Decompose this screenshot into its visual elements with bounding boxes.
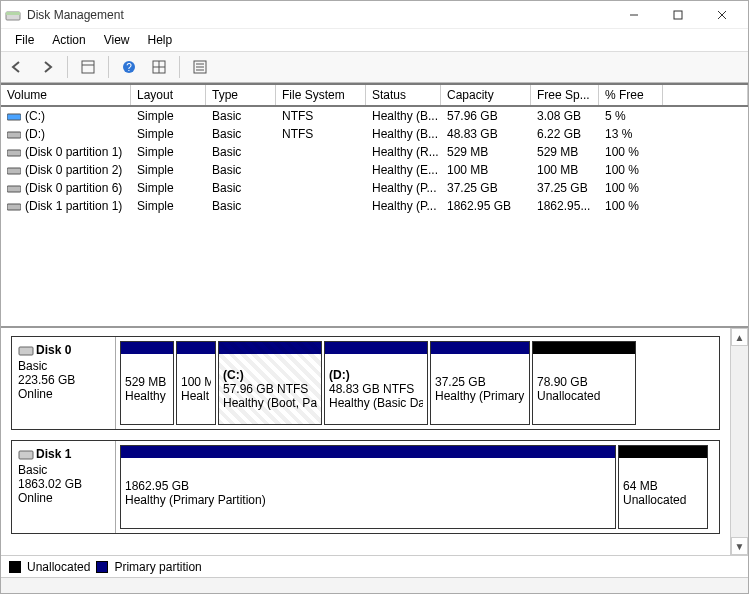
menu-help[interactable]: Help	[140, 31, 181, 49]
volume-list[interactable]: (C:)SimpleBasicNTFSHealthy (B...57.96 GB…	[1, 107, 748, 215]
column-header[interactable]: % Free	[599, 85, 663, 105]
column-header[interactable]: Type	[206, 85, 276, 105]
scroll-down-button[interactable]: ▼	[731, 537, 748, 555]
svg-rect-18	[7, 132, 21, 138]
partition-block[interactable]: 37.25 GBHealthy (Primary	[430, 341, 530, 425]
cell-status: Healthy (B...	[366, 107, 441, 125]
menu-file[interactable]: File	[7, 31, 42, 49]
cell-free: 6.22 GB	[531, 125, 599, 143]
minimize-button[interactable]	[612, 1, 656, 29]
volume-name: (Disk 0 partition 1)	[25, 145, 122, 159]
volume-row[interactable]: (C:)SimpleBasicNTFSHealthy (B...57.96 GB…	[1, 107, 748, 125]
partition-status: Unallocated	[623, 493, 703, 507]
column-header[interactable]: Capacity	[441, 85, 531, 105]
disk-name: Disk 1	[36, 447, 71, 461]
disk-state: Online	[18, 387, 53, 401]
cell-capacity: 37.25 GB	[441, 179, 531, 197]
volume-row[interactable]: (Disk 1 partition 1)SimpleBasicHealthy (…	[1, 197, 748, 215]
cell-type: Basic	[206, 197, 276, 215]
cell-layout: Simple	[131, 161, 206, 179]
disk-icon	[18, 447, 34, 463]
partition-block[interactable]: 1862.95 GBHealthy (Primary Partition)	[120, 445, 616, 529]
column-header[interactable]: File System	[276, 85, 366, 105]
volume-row[interactable]: (D:)SimpleBasicNTFSHealthy (B...48.83 GB…	[1, 125, 748, 143]
maximize-button[interactable]	[656, 1, 700, 29]
legend-swatch-primary-icon	[96, 561, 108, 573]
volume-name: (Disk 0 partition 2)	[25, 163, 122, 177]
legend-swatch-unallocated-icon	[9, 561, 21, 573]
partition-size: 78.90 GB	[537, 375, 631, 389]
vertical-scrollbar[interactable]: ▲ ▼	[730, 328, 748, 555]
partition-block[interactable]: (D:)48.83 GB NTFSHealthy (Basic Da	[324, 341, 428, 425]
partition-block[interactable]: 529 MBHealthy	[120, 341, 174, 425]
partition-status: Healthy (Boot, Pa	[223, 396, 317, 410]
cell-type: Basic	[206, 179, 276, 197]
partition-block[interactable]: 64 MBUnallocated	[618, 445, 708, 529]
column-header[interactable]: Volume	[1, 85, 131, 105]
cell-free: 1862.95...	[531, 197, 599, 215]
scroll-up-button[interactable]: ▲	[731, 328, 748, 346]
disk-layout-panel: Disk 0Basic223.56 GBOnline529 MBHealthy1…	[1, 328, 748, 555]
cell-status: Healthy (B...	[366, 125, 441, 143]
column-header[interactable]: Status	[366, 85, 441, 105]
partition-size: 64 MB	[623, 479, 703, 493]
legend-label: Unallocated	[27, 560, 90, 574]
partition-bar	[431, 342, 529, 354]
svg-rect-21	[7, 186, 21, 192]
app-icon	[5, 7, 21, 23]
partition-block[interactable]: (C:)57.96 GB NTFSHealthy (Boot, Pa	[218, 341, 322, 425]
scroll-track[interactable]	[731, 346, 748, 537]
close-button[interactable]	[700, 1, 744, 29]
back-button[interactable]	[5, 55, 29, 79]
drive-icon	[7, 202, 21, 212]
cell-pct: 5 %	[599, 107, 663, 125]
drive-icon	[7, 130, 21, 140]
cell-capacity: 48.83 GB	[441, 125, 531, 143]
volume-row[interactable]: (Disk 0 partition 2)SimpleBasicHealthy (…	[1, 161, 748, 179]
svg-rect-1	[6, 12, 20, 15]
cell-fs: NTFS	[276, 125, 366, 143]
disk-row: Disk 0Basic223.56 GBOnline529 MBHealthy1…	[11, 336, 720, 430]
volume-row[interactable]: (Disk 0 partition 6)SimpleBasicHealthy (…	[1, 179, 748, 197]
partition-status: Healthy (Primary Partition)	[125, 493, 611, 507]
column-header[interactable]: Free Sp...	[531, 85, 599, 105]
menu-view[interactable]: View	[96, 31, 138, 49]
partition-bar	[177, 342, 215, 354]
cell-free: 100 MB	[531, 161, 599, 179]
partition-block[interactable]: 100 MHealt	[176, 341, 216, 425]
window-title: Disk Management	[27, 8, 612, 22]
cell-status: Healthy (P...	[366, 197, 441, 215]
forward-button[interactable]	[35, 55, 59, 79]
partition-block[interactable]: 78.90 GBUnallocated	[532, 341, 636, 425]
disk-info[interactable]: Disk 1Basic1863.02 GBOnline	[12, 441, 116, 533]
cell-type: Basic	[206, 143, 276, 161]
cell-fs	[276, 161, 366, 179]
partition-bar	[325, 342, 427, 354]
legend-label: Primary partition	[114, 560, 201, 574]
properties-button[interactable]	[147, 55, 171, 79]
cell-status: Healthy (R...	[366, 143, 441, 161]
menu-action[interactable]: Action	[44, 31, 93, 49]
disk-icon	[18, 343, 34, 359]
disk-info[interactable]: Disk 0Basic223.56 GBOnline	[12, 337, 116, 429]
toolbar-separator	[67, 56, 68, 78]
window: Disk Management File Action View Help ? …	[0, 0, 749, 594]
cell-type: Basic	[206, 125, 276, 143]
cell-free: 37.25 GB	[531, 179, 599, 197]
cell-free: 3.08 GB	[531, 107, 599, 125]
partitions-container: 1862.95 GBHealthy (Primary Partition)64 …	[116, 441, 719, 533]
partition-bar	[219, 342, 321, 354]
volume-row[interactable]: (Disk 0 partition 1)SimpleBasicHealthy (…	[1, 143, 748, 161]
toolbar-separator	[179, 56, 180, 78]
column-header[interactable]: Layout	[131, 85, 206, 105]
layout-button[interactable]	[76, 55, 100, 79]
partition-size: 529 MB	[125, 375, 169, 389]
svg-rect-20	[7, 168, 21, 174]
svg-text:?: ?	[126, 62, 132, 73]
cell-pct: 100 %	[599, 197, 663, 215]
help-button[interactable]: ?	[117, 55, 141, 79]
list-button[interactable]	[188, 55, 212, 79]
column-header[interactable]	[663, 85, 748, 105]
svg-rect-22	[7, 204, 21, 210]
svg-rect-3	[674, 11, 682, 19]
